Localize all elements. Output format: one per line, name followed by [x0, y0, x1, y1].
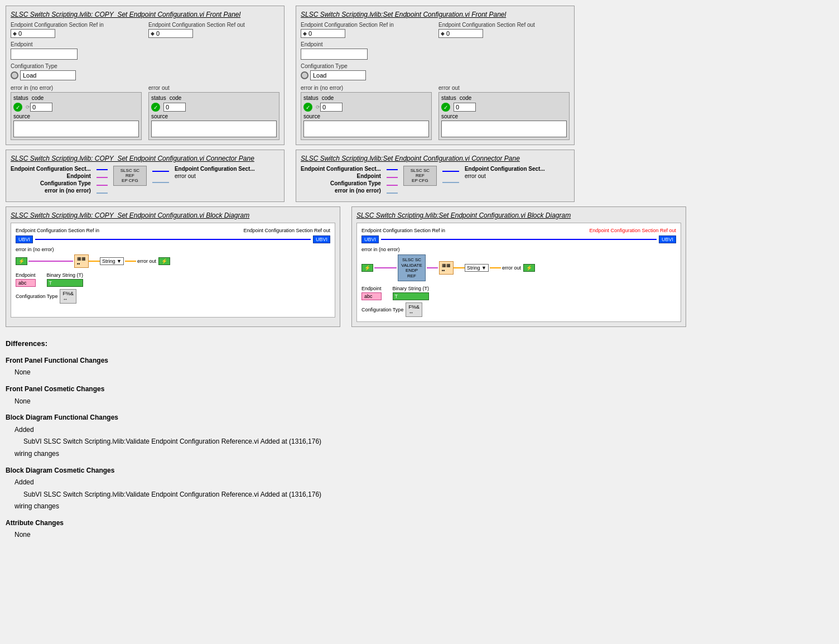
- diff-bd-functional-wiring: wiring changes: [15, 448, 833, 460]
- left-bd-error-in-row: error in (no error): [16, 247, 330, 252]
- right-bd-binary-string-label: Binary String (T): [393, 286, 430, 291]
- left-fp-error-out-source-label: source: [151, 113, 277, 119]
- right-fp-error-in-group: error in (no error) status code ✓ ⟳ 0: [301, 85, 432, 140]
- left-bd-orange-wire: [89, 261, 100, 262]
- right-fp-ref-out-arrow: ◆: [441, 31, 445, 36]
- left-cp-config-type: Configuration Type: [11, 180, 91, 186]
- left-fp-ref-out-input[interactable]: ◆ 0: [148, 29, 193, 38]
- right-bd-string-group: String ▼: [465, 264, 489, 272]
- left-fp-endpoint-input[interactable]: [11, 49, 78, 60]
- left-cp-wire-r2: [152, 177, 169, 188]
- right-cp-wire3: [387, 181, 398, 189]
- right-bd-top-labels: Endpoint Configuration Section Ref in En…: [361, 228, 676, 233]
- right-bd-config-type-label: Configuration Type: [361, 307, 403, 313]
- left-cp-wire4-line: [97, 193, 108, 194]
- left-cp-title: SLSC Switch Scripting.lvlib: COPY_Set En…: [11, 155, 279, 162]
- right-connector-pane: SLSC Switch Scripting.lvlib:Set Endpoint…: [296, 150, 575, 202]
- right-bd-error-wire2: [427, 267, 438, 268]
- left-bd-top-labels: Endpoint Configuration Section Ref in En…: [16, 228, 330, 233]
- right-fp-ref-in-input[interactable]: ◆ 0: [301, 29, 345, 38]
- left-fp-error-in-source[interactable]: [13, 121, 139, 137]
- left-bd-error-wire: [28, 261, 73, 262]
- right-fp-error-in-label: error in (no error): [301, 85, 432, 91]
- right-fp-error-out-code[interactable]: 0: [454, 103, 476, 112]
- left-fp-error-in-source-label: source: [13, 113, 139, 119]
- right-cp-wire-r1: [442, 166, 459, 177]
- right-bd-ep-ref-in-label: Endpoint Configuration Section Ref in: [361, 228, 445, 233]
- right-bd-ep-ref-out-label: Endpoint Configuration Section Ref out: [589, 228, 676, 233]
- left-bd-ref-nodes: UBVI UBVI: [16, 236, 330, 243]
- left-cp-labels-right: Endpoint Configuration Sect... error out: [175, 166, 255, 179]
- right-bd-error-in-label: error in (no error): [361, 247, 400, 252]
- left-bd-ref-out-node: UBVI: [313, 236, 330, 243]
- right-fp-error-in-num: ⟳ 0: [316, 103, 343, 112]
- right-fp-config-input[interactable]: Load: [310, 70, 366, 80]
- left-bd-ep-ref-out-label: Endpoint Configuration Section Ref out: [243, 228, 330, 233]
- left-fp-error-out-source[interactable]: [151, 121, 277, 137]
- main-container: SLSC Switch Scripting.lvlib: COPY_Set En…: [6, 6, 833, 547]
- left-bd-string-dropdown[interactable]: String ▼: [100, 257, 124, 265]
- left-fp-error-out-sc-row: status code: [151, 95, 277, 101]
- left-bd-ref-wire: [35, 239, 311, 240]
- left-fp-error-in-check: ✓: [13, 103, 22, 112]
- left-fp-error-out-label: error out: [148, 85, 279, 91]
- right-cp-error-out: error out: [465, 173, 545, 179]
- left-cp-wire-r1: [152, 166, 169, 177]
- right-fp-title: SLSC Switch Scripting.lvlib:Set Endpoint…: [301, 11, 570, 18]
- left-cp-error-in: error in (no error): [11, 188, 91, 194]
- right-fp-ref-in-label: Endpoint Configuration Section Ref in: [301, 22, 432, 28]
- left-fp-error-in-status-label: status: [13, 95, 28, 101]
- right-fp-error-in-code[interactable]: 0: [320, 103, 343, 112]
- left-fp-error-out-code[interactable]: 0: [163, 103, 186, 112]
- right-bd-validate-node: SLSC SCVALIDATEENDPREF: [398, 254, 426, 281]
- right-fp-config-type-label: Configuration Type: [301, 63, 366, 69]
- left-fp-error-out-check: ✓: [151, 103, 160, 112]
- right-bd-title: SLSC Switch Scripting.lvlib:Set Endpoint…: [356, 212, 681, 219]
- right-cp-title: SLSC Switch Scripting.lvlib:Set Endpoint…: [301, 155, 570, 162]
- right-cp-wire-r1-line: [442, 171, 459, 172]
- left-fp-config-input[interactable]: Load: [20, 70, 76, 80]
- diff-attr-val: None: [15, 529, 833, 541]
- left-fp-error-in-label: error in (no error): [11, 85, 142, 91]
- right-fp-endpoint-input[interactable]: [301, 49, 368, 60]
- right-fp-error-in-source[interactable]: [303, 121, 429, 137]
- right-fp-ref-out-group: Endpoint Configuration Section Ref out ◆…: [438, 22, 570, 38]
- right-cp-container: Endpoint Configuration Sect... Endpoint …: [301, 166, 570, 197]
- right-cp-wire3-line: [387, 185, 398, 186]
- left-bd-error-out-node: ⚡: [158, 257, 170, 265]
- diff-bd-cosmetic-added: Added: [15, 477, 833, 489]
- right-fp-error-in-inner: status code ✓ ⟳ 0 source: [301, 92, 432, 140]
- left-fp-ref-in-input[interactable]: ◆ 0: [11, 29, 55, 38]
- left-fp-error-in-code-label: code: [32, 95, 44, 101]
- left-cp-wire4: [97, 189, 108, 197]
- left-cp-error-out: error out: [175, 173, 255, 179]
- right-bd-abc-node: abc: [361, 292, 382, 300]
- right-bd-ep-binary-row: Endpoint abc Binary String (T) T: [361, 286, 676, 300]
- connector-pane-row: SLSC Switch Scripting.lvlib: COPY_Set En…: [6, 150, 833, 202]
- right-fp-error-in-sc-row: status code: [303, 95, 429, 101]
- left-cp-ep-sect-out: Endpoint Configuration Sect...: [175, 166, 255, 172]
- left-bd-error-in-node: ⚡: [16, 257, 27, 265]
- left-cp-wire2-line: [97, 177, 108, 178]
- left-fp-error-out-group: error out status code ✓ 0 source: [148, 85, 279, 140]
- right-fp-error-out-source[interactable]: [441, 121, 567, 137]
- left-fp-title: SLSC Switch Scripting.lvlib: COPY_Set En…: [11, 11, 279, 18]
- right-fp-error-out-group: error out status code ✓ 0 source: [438, 85, 570, 140]
- right-bd-string-dropdown[interactable]: String ▼: [465, 264, 489, 272]
- right-fp-error-in-source-label: source: [303, 113, 429, 119]
- right-bd-error-nodes: ⚡ SLSC SCVALIDATEENDPREF ▦▦▪▪ String ▼ e…: [361, 254, 676, 281]
- left-bd-orange-wire2: [125, 261, 136, 262]
- left-fp-ring-icon: [11, 71, 18, 79]
- left-fp-error-in-sc-row: status code: [13, 95, 139, 101]
- left-connector-pane: SLSC Switch Scripting.lvlib: COPY_Set En…: [6, 150, 285, 202]
- left-bd-title: SLSC Switch Scripting.lvlib: COPY_Set En…: [11, 212, 335, 219]
- left-cp-terminal-block: SLSC SCREFEP CFG: [113, 166, 147, 186]
- right-fp-ref-out-val: 0: [446, 30, 450, 37]
- right-cp-wires-right: [442, 166, 459, 188]
- left-fp-ref-in-val: 0: [18, 30, 22, 37]
- left-fp-error-in-code[interactable]: 0: [30, 103, 52, 112]
- right-bd-endpoint-group: Endpoint abc: [361, 286, 382, 300]
- right-fp-ref-out-input[interactable]: ◆ 0: [438, 29, 483, 38]
- left-cp-wire3: [97, 181, 108, 189]
- right-fp-ref-out-label: Endpoint Configuration Section Ref out: [438, 22, 570, 28]
